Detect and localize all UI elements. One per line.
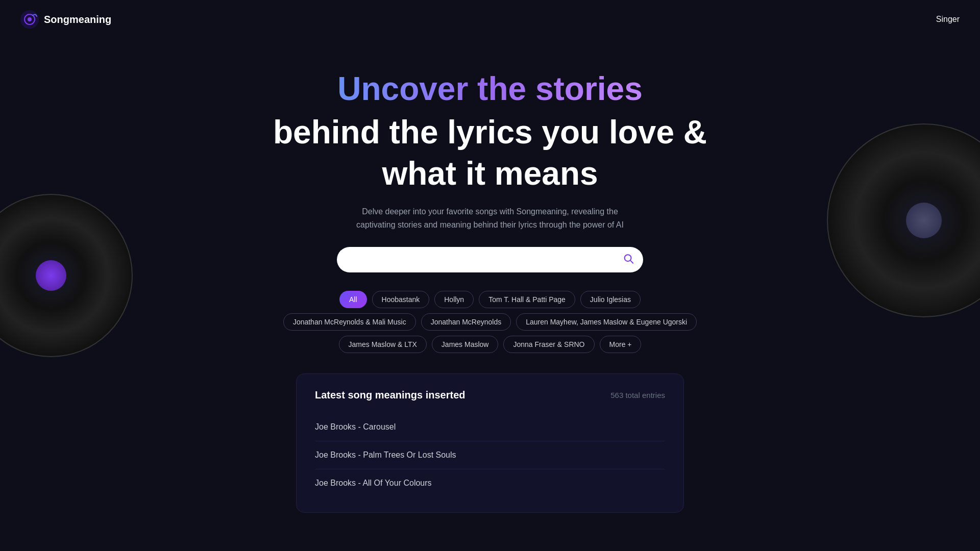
- search-container: [337, 247, 643, 272]
- filter-tag[interactable]: Jonathan McReynolds & Mali Music: [283, 313, 416, 331]
- search-icon[interactable]: [623, 253, 634, 266]
- songs-card-header: Latest song meanings inserted 563 total …: [315, 389, 665, 401]
- filter-tag[interactable]: Tom T. Hall & Patti Page: [479, 291, 575, 308]
- song-item[interactable]: Joe Brooks - All Of Your Colours: [315, 469, 665, 497]
- navbar: Songmeaning Singer: [0, 0, 980, 39]
- headline-white-line1: behind the lyrics you love &: [273, 113, 707, 152]
- svg-point-2: [28, 17, 32, 21]
- filter-tag[interactable]: James Maslow: [432, 336, 499, 353]
- svg-line-4: [630, 260, 633, 263]
- songs-card-title: Latest song meanings inserted: [315, 389, 465, 401]
- songs-list: Joe Brooks - CarouselJoe Brooks - Palm T…: [315, 413, 665, 497]
- songs-card-count: 563 total entries: [610, 391, 665, 399]
- subtitle: Delve deeper into your favorite songs wi…: [347, 205, 633, 231]
- singer-link[interactable]: Singer: [936, 15, 960, 24]
- filter-tag[interactable]: Hoobastank: [372, 291, 430, 308]
- logo-icon: [20, 10, 39, 29]
- filter-tag[interactable]: James Maslow & LTX: [339, 336, 427, 353]
- logo[interactable]: Songmeaning: [20, 10, 111, 29]
- headline-gradient: Uncover the stories: [337, 69, 643, 109]
- logo-text: Songmeaning: [44, 14, 111, 26]
- filter-tag[interactable]: All: [339, 291, 367, 308]
- headline-white-line2: what it means: [382, 154, 598, 193]
- filter-tag[interactable]: Jonna Fraser & SRNO: [503, 336, 594, 353]
- main-content: Uncover the stories behind the lyrics yo…: [0, 39, 980, 513]
- song-item[interactable]: Joe Brooks - Carousel: [315, 413, 665, 441]
- song-item[interactable]: Joe Brooks - Palm Trees Or Lost Souls: [315, 441, 665, 469]
- search-input[interactable]: [337, 247, 643, 272]
- filter-tag[interactable]: Lauren Mayhew, James Maslow & Eugene Ugo…: [516, 313, 697, 331]
- filter-tags: AllHoobastankHollynTom T. Hall & Patti P…: [281, 291, 699, 353]
- filter-tag[interactable]: Hollyn: [434, 291, 474, 308]
- filter-tag[interactable]: Julio Iglesias: [580, 291, 641, 308]
- filter-tag[interactable]: Jonathan McReynolds: [421, 313, 511, 331]
- songs-card: Latest song meanings inserted 563 total …: [296, 373, 684, 513]
- filter-tag[interactable]: More +: [600, 336, 642, 353]
